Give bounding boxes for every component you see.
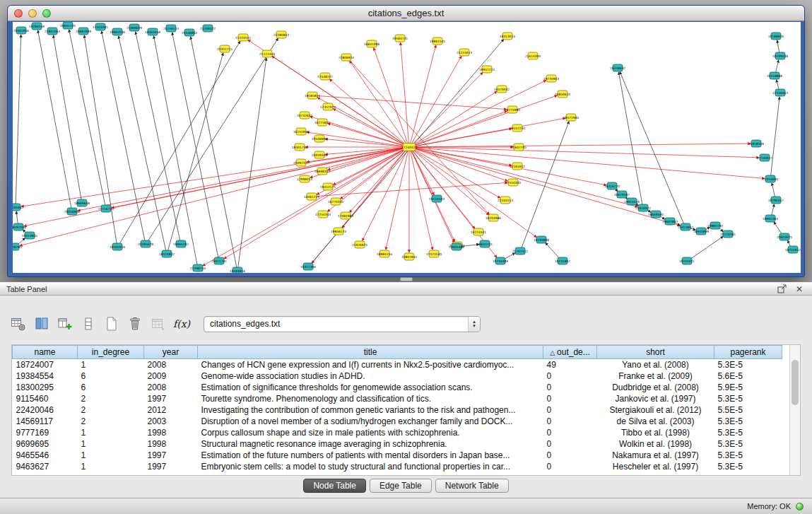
panel-divider-handle[interactable]	[400, 277, 413, 281]
table-cell[interactable]: de Silva et al. (2003)	[597, 416, 714, 427]
network-view[interactable]: 1724041019564741166410982280692417548747…	[13, 22, 801, 273]
graph-edge[interactable]	[413, 147, 759, 158]
graph-node[interactable]: 19284559	[29, 23, 45, 30]
column-header-title[interactable]: title	[198, 346, 543, 359]
graph-node[interactable]: 19357306	[300, 263, 316, 270]
graph-node[interactable]: 15958509	[748, 140, 764, 147]
graph-node[interactable]: 21614300	[525, 52, 541, 59]
table-cell[interactable]: 5.3E-5	[714, 461, 782, 472]
table-row[interactable]: 2242004622012Investigating the contribut…	[13, 404, 782, 416]
graph-node[interactable]: 20687889	[76, 28, 91, 35]
graph-edge[interactable]	[224, 149, 406, 259]
table-cell[interactable]: 0	[543, 416, 597, 427]
table-row[interactable]: 911546021997Tourette syndrome. Phenomeno…	[13, 393, 782, 404]
graph-edge[interactable]	[413, 81, 546, 146]
close-panel-icon[interactable]: ✕	[793, 284, 806, 294]
table-cell[interactable]: 2012	[144, 404, 198, 416]
column-header-short[interactable]: short	[597, 346, 714, 359]
table-cell[interactable]: 9699695	[13, 438, 78, 450]
table-cell[interactable]: Embryonic stem cells: a model to study s…	[198, 461, 543, 472]
table-cell[interactable]: 1997	[144, 393, 198, 404]
graph-edge[interactable]	[325, 139, 405, 147]
tab-edge-table[interactable]: Edge Table	[370, 479, 432, 493]
graph-node[interactable]: 18571984	[563, 114, 579, 121]
table-cell[interactable]: 9465546	[13, 450, 78, 461]
graph-edge[interactable]	[53, 35, 81, 199]
table-cell[interactable]: 2	[78, 393, 144, 404]
graph-node[interactable]: 20462856	[13, 27, 29, 34]
graph-edge[interactable]	[21, 148, 405, 206]
graph-node[interactable]: 16275811	[314, 119, 330, 126]
table-mode-icon[interactable]	[10, 315, 27, 332]
graph-edge[interactable]	[413, 118, 565, 146]
graph-node[interactable]: 19157234	[510, 124, 525, 132]
graph-edge[interactable]	[119, 41, 240, 244]
graph-node[interactable]: 19965364	[763, 215, 778, 222]
table-cell[interactable]: 1998	[144, 427, 198, 438]
graph-edge[interactable]	[374, 48, 408, 144]
table-row[interactable]: 1872400712008Changes of HCN gene express…	[13, 359, 782, 371]
graph-edge[interactable]	[776, 60, 779, 72]
graph-node[interactable]: 20056806	[64, 208, 80, 215]
graph-edge[interactable]	[787, 240, 790, 247]
graph-node[interactable]: 21767412	[512, 247, 528, 255]
table-cell[interactable]: 5.3E-5	[714, 427, 782, 438]
table-cell[interactable]: 0	[543, 404, 597, 416]
graph-node[interactable]: 19546860	[182, 29, 197, 36]
graph-node[interactable]: 18316720	[604, 182, 620, 189]
graph-edge[interactable]	[316, 182, 507, 196]
graph-node[interactable]: 18245812	[785, 246, 801, 253]
table-cell[interactable]: 19384554	[13, 370, 78, 382]
table-cell[interactable]: Dudbridge et al. (2008)	[597, 382, 714, 393]
table-cell[interactable]: 0	[543, 438, 597, 450]
table-cell[interactable]: 1997	[144, 461, 198, 472]
table-cell[interactable]: 22420046	[13, 404, 78, 416]
column-header-in_degree[interactable]: in_degree	[78, 346, 144, 359]
graph-node[interactable]: 19965192	[173, 240, 189, 247]
table-cell[interactable]: 0	[543, 461, 597, 472]
table-cell[interactable]: 1997	[144, 450, 198, 461]
graph-edge[interactable]	[413, 147, 765, 178]
graph-node[interactable]: 19861545	[430, 37, 445, 45]
graph-node[interactable]: 19956173	[331, 228, 346, 235]
table-cell[interactable]: 5.3E-5	[714, 393, 782, 404]
graph-node[interactable]: 16251950	[293, 128, 309, 135]
graph-node[interactable]: 19412175	[320, 183, 336, 190]
table-cell[interactable]: Disruption of a novel member of a sodium…	[198, 416, 543, 427]
tab-network-table[interactable]: Network Table	[435, 479, 509, 493]
graph-node[interactable]: 17357070	[320, 103, 336, 110]
network-window[interactable]: citations_edges.txt 17240410195647411664…	[7, 5, 805, 277]
minimize-window-button[interactable]	[28, 9, 37, 18]
table-cell[interactable]: Nakamura et al. (1997)	[597, 450, 714, 461]
memory-status-indicator[interactable]	[796, 503, 804, 510]
table-row[interactable]: 969969511998Structural magnetic resonanc…	[13, 438, 782, 450]
table-cell[interactable]: 9463627	[13, 461, 78, 472]
table-cell[interactable]: 0	[543, 450, 597, 461]
table-cell[interactable]: 1998	[144, 438, 198, 450]
function-builder-icon[interactable]: f(x)	[173, 315, 190, 332]
table-cell[interactable]: 1	[78, 427, 144, 438]
graph-node[interactable]: 18289038	[772, 52, 788, 59]
close-window-button[interactable]	[14, 9, 23, 18]
graph-node[interactable]: 20097312	[293, 159, 309, 166]
graph-node[interactable]: 17554300	[505, 179, 521, 186]
table-cell[interactable]: 2008	[144, 382, 198, 393]
graph-edge[interactable]	[386, 151, 408, 250]
graph-node[interactable]: 18584816	[230, 267, 245, 273]
graph-node[interactable]: 21215613	[457, 49, 472, 56]
table-cell[interactable]: 9115460	[13, 393, 78, 404]
graph-node[interactable]: 12161612	[510, 163, 525, 170]
graph-edge[interactable]	[772, 204, 775, 216]
table-cell[interactable]: 2009	[144, 370, 198, 382]
graph-node[interactable]: 22806924	[339, 54, 354, 61]
graph-edge[interactable]	[690, 236, 723, 259]
graph-edge[interactable]	[317, 95, 507, 109]
table-cell[interactable]: 9777169	[13, 427, 78, 438]
table-cell[interactable]: 5.3E-5	[714, 450, 782, 461]
vertical-scrollbar[interactable]	[789, 345, 800, 475]
graph-node[interactable]: 17146463	[772, 89, 788, 96]
table-cell[interactable]: Corpus callosum shape and size in male p…	[198, 427, 543, 438]
graph-node[interactable]: 20059346	[312, 151, 327, 158]
table-cell[interactable]: 1	[78, 438, 144, 450]
graph-node[interactable]: 17475530	[426, 250, 442, 257]
